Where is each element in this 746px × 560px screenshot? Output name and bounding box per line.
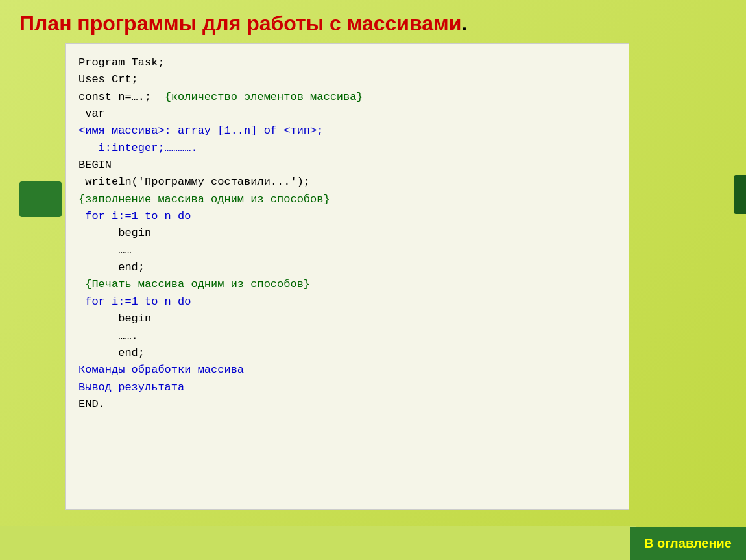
left-decoration <box>19 181 62 217</box>
code-line-18: end; <box>78 345 616 362</box>
code-line-21: END. <box>78 396 616 413</box>
code-line-12: …… <box>78 242 616 259</box>
code-line-2: Uses Crt; <box>78 71 616 88</box>
code-line-17: ……. <box>78 328 616 345</box>
code-line-7: BEGIN <box>78 157 616 174</box>
code-line-1: Program Task; <box>78 54 616 71</box>
code-line-8: writeln('Программу составили...'); <box>78 174 616 191</box>
page-container: План программы для работы с массивами. P… <box>0 0 746 560</box>
page-title: План программы для работы с массивами. <box>0 0 746 43</box>
right-decoration <box>734 175 746 214</box>
code-line-9: {заполнение массива одним из способов} <box>78 191 616 208</box>
code-line-14: {Печать массива одним из способов} <box>78 276 616 293</box>
code-line-10: for i:=1 to n do <box>78 208 616 225</box>
code-line-5: <имя массива>: array [1..n] of <тип>; <box>78 122 616 139</box>
code-line-16: begin <box>78 310 616 327</box>
bottom-bar <box>0 526 636 560</box>
code-line-4: var <box>78 106 616 122</box>
code-line-20: Вывод результата <box>78 379 616 396</box>
code-line-11: begin <box>78 225 616 242</box>
nav-button[interactable]: В оглавление <box>630 527 746 560</box>
code-line-15: for i:=1 to n do <box>78 294 616 310</box>
code-line-3: const n=….; {количество элементов массив… <box>78 89 616 106</box>
code-line-13: end; <box>78 259 616 276</box>
code-line-19: Команды обработки массива <box>78 362 616 379</box>
code-block: Program Task; Uses Crt; const n=….; {кол… <box>65 43 629 510</box>
code-line-6: i:integer;…………. <box>78 140 616 157</box>
